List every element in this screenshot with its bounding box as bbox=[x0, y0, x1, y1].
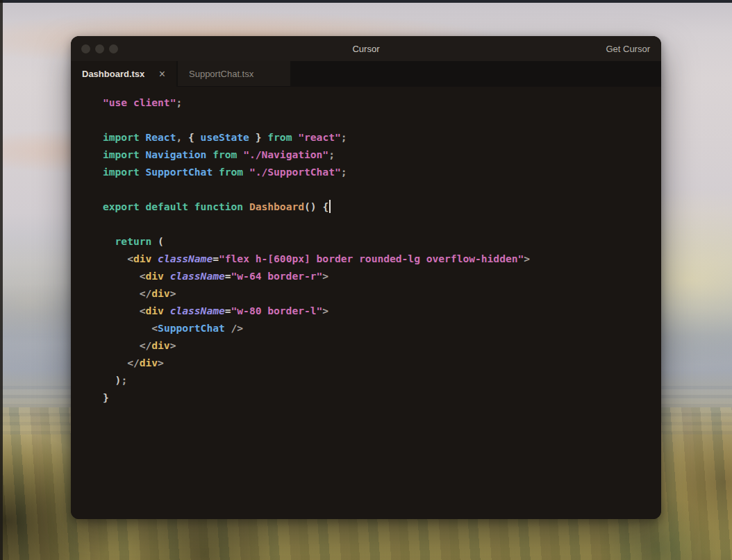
code-line bbox=[103, 180, 661, 198]
code-token-br: } bbox=[249, 131, 262, 143]
code-token-pln bbox=[292, 131, 298, 143]
code-token-kw: default bbox=[146, 201, 189, 212]
code-token-fn: Dashboard bbox=[249, 201, 304, 212]
get-cursor-link[interactable]: Get Cursor bbox=[606, 44, 661, 54]
code-token-pln bbox=[103, 253, 127, 264]
code-token-ang: < bbox=[140, 270, 146, 282]
code-token-str: "flex h-[600px] border rounded-lg overfl… bbox=[219, 253, 524, 264]
code-token-pln bbox=[103, 287, 140, 299]
code-token-tag: div bbox=[140, 357, 158, 368]
code-token-pun: ; bbox=[121, 374, 127, 386]
code-token-pun: , bbox=[176, 131, 188, 143]
code-token-str: "w-80 border-l" bbox=[231, 305, 323, 316]
code-line: <div className="w-80 border-l"> bbox=[103, 302, 661, 319]
code-token-pln bbox=[206, 149, 213, 160]
tab-bar: Dashboard.tsx × SupportChat.tsx bbox=[71, 61, 661, 87]
code-token-kw: import bbox=[103, 131, 140, 143]
code-token-pun: ; bbox=[328, 149, 335, 160]
code-token-var: useState bbox=[201, 131, 249, 143]
code-token-tag: div bbox=[146, 270, 164, 282]
code-token-pln bbox=[103, 305, 140, 316]
code-line: ); bbox=[103, 371, 661, 389]
code-token-pln bbox=[261, 131, 267, 143]
code-token-br: { bbox=[322, 201, 328, 212]
code-token-str: "react" bbox=[298, 131, 341, 143]
code-token-ang: </ bbox=[127, 357, 140, 368]
code-line: <SupportChat /> bbox=[103, 319, 661, 337]
code-token-ang: </ bbox=[140, 339, 152, 351]
code-token-var: SupportChat bbox=[158, 322, 225, 334]
code-token-ang: > bbox=[322, 305, 328, 316]
tab-supportchat[interactable]: SupportChat.tsx bbox=[178, 61, 290, 87]
code-token-pln bbox=[140, 201, 146, 212]
code-token-attr: className bbox=[170, 305, 225, 316]
code-token-pln bbox=[237, 149, 243, 160]
code-token-str: "w-64 border-r" bbox=[231, 270, 323, 282]
code-token-kw: return bbox=[115, 235, 152, 247]
code-token-var: Navigation bbox=[146, 149, 207, 160]
code-area: "use client"; import React, { useState }… bbox=[71, 87, 661, 406]
zoom-window-button[interactable] bbox=[109, 44, 118, 53]
code-token-pun: ; bbox=[176, 96, 182, 108]
tab-dashboard[interactable]: Dashboard.tsx × bbox=[71, 61, 176, 87]
cursor-window: Cursor Get Cursor Dashboard.tsx × Suppor… bbox=[71, 36, 661, 519]
code-line: export default function Dashboard() { bbox=[103, 198, 661, 215]
code-token-pln bbox=[151, 253, 158, 264]
close-tab-icon[interactable]: × bbox=[159, 69, 165, 80]
code-token-ang: > bbox=[158, 357, 164, 368]
code-token-pln bbox=[103, 339, 140, 351]
code-token-ang: </ bbox=[140, 287, 152, 299]
code-token-pln bbox=[103, 270, 140, 282]
code-line: <div className="w-64 border-r"> bbox=[103, 267, 661, 285]
minimize-window-button[interactable] bbox=[95, 44, 104, 53]
code-editor[interactable]: "use client"; import React, { useState }… bbox=[71, 87, 661, 519]
wallpaper-left-edge bbox=[0, 0, 3, 560]
code-line: return ( bbox=[103, 232, 661, 250]
code-token-str: "./Navigation" bbox=[243, 149, 328, 160]
close-window-button[interactable] bbox=[81, 44, 90, 53]
code-line: import SupportChat from "./SupportChat"; bbox=[103, 163, 661, 180]
code-token-ang: > bbox=[322, 270, 328, 282]
code-token-br: ( bbox=[158, 235, 164, 247]
code-token-kw: from bbox=[219, 166, 243, 178]
window-titlebar[interactable]: Cursor Get Cursor bbox=[71, 36, 661, 61]
code-line: import React, { useState } from "react"; bbox=[103, 128, 661, 146]
code-line: </div> bbox=[103, 337, 661, 354]
code-line: } bbox=[103, 389, 661, 406]
code-token-pln bbox=[164, 305, 170, 316]
code-token-pln bbox=[164, 270, 170, 282]
code-token-ang: > bbox=[170, 339, 176, 351]
code-token-pln bbox=[103, 357, 127, 368]
code-token-pln bbox=[103, 374, 115, 386]
code-token-pln bbox=[213, 166, 219, 178]
code-token-var: React bbox=[146, 131, 176, 143]
code-token-pun: ; bbox=[341, 131, 347, 143]
code-line bbox=[103, 111, 661, 128]
code-token-pln bbox=[225, 322, 231, 334]
code-token-br: = bbox=[225, 270, 231, 282]
code-token-br: } bbox=[103, 391, 109, 403]
code-token-pln bbox=[243, 201, 249, 212]
code-token-ang: > bbox=[524, 253, 530, 264]
code-token-pln bbox=[243, 166, 249, 178]
code-token-attr: className bbox=[170, 270, 225, 282]
code-token-ang: < bbox=[140, 305, 146, 316]
code-token-pln bbox=[103, 322, 151, 334]
wallpaper-top-edge bbox=[0, 0, 732, 3]
code-token-tag: div bbox=[151, 339, 169, 351]
code-token-str: "./SupportChat" bbox=[249, 166, 341, 178]
code-token-pln bbox=[103, 235, 115, 247]
code-token-tag: div bbox=[151, 287, 169, 299]
code-token-pln bbox=[140, 131, 146, 143]
code-token-ang: /> bbox=[231, 322, 244, 334]
code-token-tag: div bbox=[146, 305, 164, 316]
code-line bbox=[103, 215, 661, 232]
code-token-ang: < bbox=[127, 253, 133, 264]
text-caret bbox=[329, 200, 331, 213]
code-token-br: { bbox=[188, 131, 201, 143]
code-token-var: SupportChat bbox=[146, 166, 213, 178]
tab-supportchat-label: SupportChat.tsx bbox=[189, 69, 253, 79]
tab-dashboard-label: Dashboard.tsx bbox=[82, 69, 144, 79]
code-token-ang: > bbox=[170, 287, 176, 299]
code-line: </div> bbox=[103, 354, 661, 371]
